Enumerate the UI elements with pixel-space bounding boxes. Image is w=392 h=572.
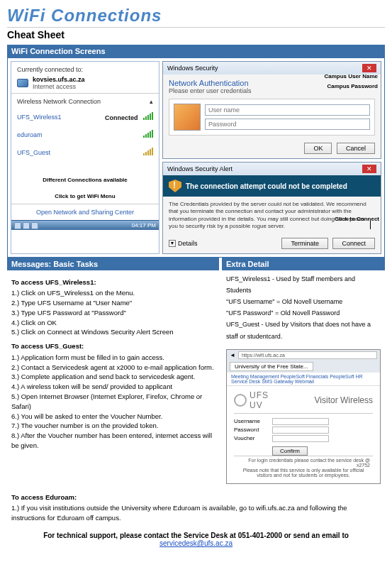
callout-password: Campus Password: [327, 83, 378, 89]
network-item[interactable]: UFS_Wireless1 Connected: [16, 108, 155, 126]
taskbar-app-icon[interactable]: [23, 222, 30, 229]
signal-icon: [142, 130, 153, 139]
section-messages-header: Messages: Basic Tasks: [7, 258, 219, 270]
messages-body: To access UFS_Wireless1: 1.) Click on UF…: [7, 270, 219, 453]
dialog-title: Windows Security: [167, 65, 218, 72]
close-icon[interactable]: ✕: [362, 165, 376, 173]
ufs-logo: UFSUV: [234, 390, 269, 410]
network-name: eduroam: [17, 131, 43, 138]
section-extra-header: Extra Detail: [222, 258, 385, 270]
connected-ssid: kovsies.ufs.ac.za: [33, 76, 85, 83]
browser-back-icon[interactable]: ◄: [230, 352, 235, 358]
step: 2.) Contact a Servicedesk agent at x2000…: [11, 363, 215, 373]
network-item[interactable]: UFS_Guest: [16, 143, 155, 161]
step: 1.) If you visit institutions outside th…: [11, 503, 381, 523]
network-status: Connected: [105, 114, 138, 121]
browser-bookmarks[interactable]: Meeting Management PeopleSoft Financials…: [227, 373, 380, 386]
extra-line: UFS_Wireless1 - Used by Staff members an…: [226, 273, 381, 296]
caption-click-menu: Click to get WiFi Menu: [39, 193, 131, 199]
screens-panel: Currently connected to: kovsies.ufs.ac.z…: [7, 57, 385, 258]
step: 8.) After the Voucher number has been en…: [11, 431, 215, 451]
section-screens-header: WiFi Connection Screens: [7, 45, 385, 57]
guest-header: To access UFS_Guest:: [11, 341, 215, 351]
callout-click-connect: Click to Connect: [335, 216, 379, 229]
taskbar-app-icon[interactable]: [31, 222, 38, 229]
ok-button[interactable]: OK: [304, 143, 332, 154]
footer-email-link[interactable]: servicedesk@ufs.ac.za: [159, 539, 233, 547]
username-field[interactable]: [205, 104, 370, 116]
signal-icon: [142, 148, 153, 157]
shield-icon: [169, 180, 181, 192]
step: 4.) Click on OK: [11, 318, 215, 328]
dialog-title: Windows Security Alert: [167, 165, 233, 172]
network-name: UFS_Guest: [17, 149, 50, 156]
browser-tab[interactable]: University of the Free State...: [230, 362, 313, 371]
address-bar[interactable]: https://wifi.ufs.ac.za: [238, 351, 377, 359]
chevron-up-icon[interactable]: ▴: [150, 98, 153, 105]
confirm-button[interactable]: Confirm: [272, 446, 308, 456]
visitor-voucher-field[interactable]: [272, 435, 329, 442]
browser-foot2: Please note that this service is only av…: [237, 468, 370, 478]
step: 4.) A wireless token will be send/ provi…: [11, 382, 215, 392]
password-field[interactable]: [205, 119, 370, 130]
step: 5.) Open Internet Browser (Internet Expl…: [11, 392, 215, 412]
visitor-wireless-title: Visitor Wireless: [315, 395, 373, 405]
visitor-username-field[interactable]: [272, 418, 329, 425]
step: 3.) Type UFS Password at "Password": [11, 308, 215, 318]
wifi-flyout: Currently connected to: kovsies.ufs.ac.z…: [11, 61, 159, 254]
extra-line: "UFS Password" = Old Novell Password: [226, 307, 381, 319]
browser-foot1: For login credentials please contact the…: [248, 458, 370, 468]
network-item[interactable]: eduroam: [16, 126, 155, 143]
eduroam-header: To access Eduroam:: [11, 493, 381, 502]
extra-line: "UFS Username" = Old Novell Username: [226, 296, 381, 307]
network-icon: [17, 79, 28, 87]
step: 1.) Application form must be filled in t…: [11, 353, 215, 363]
page-title: WiFi Connections: [7, 6, 385, 28]
extra-line: UFS_Guest - Used by Visitors that does n…: [226, 319, 381, 341]
step: 5.) Click on Connect at Windows Security…: [11, 327, 215, 337]
taskbar: 04:17 PM: [11, 220, 159, 230]
form-label: Password: [234, 427, 268, 434]
signal-icon: [142, 112, 153, 121]
currently-connected-label: Currently connected to:: [17, 66, 153, 73]
access-label: Internet access: [33, 83, 85, 90]
step: 3.) Complete application and send back t…: [11, 372, 215, 382]
footer-text: For technical support, please contact th…: [43, 532, 349, 539]
step: 7.) The voucher number is on the provide…: [11, 421, 215, 431]
footer: For technical support, please contact th…: [7, 532, 385, 547]
open-network-center-link[interactable]: Open Network and Sharing Center: [11, 204, 159, 220]
step: 6.) You will be asked to enter the Vouch…: [11, 412, 215, 422]
caption-connections: Different Connections available: [39, 177, 131, 183]
visitor-password-field[interactable]: [272, 427, 329, 434]
close-icon[interactable]: ✕: [362, 64, 376, 72]
wireless1-header: To access UFS_Wireless1:: [11, 277, 215, 287]
extra-body: UFS_Wireless1 - Used by Staff members an…: [222, 270, 385, 345]
callout-username: Campus User Name: [324, 73, 378, 79]
start-icon[interactable]: [14, 222, 21, 229]
step: 1.) Click on UFS_Wireless1 on the Menu.: [11, 288, 215, 298]
terminate-button[interactable]: Terminate: [281, 238, 328, 249]
avatar-icon: [174, 104, 201, 131]
details-toggle[interactable]: ▾Details: [169, 240, 198, 247]
security-alert-dialog: Windows Security Alert ✕ The connection …: [162, 162, 381, 254]
browser-window: ◄ https://wifi.ufs.ac.za University of t…: [226, 349, 381, 484]
cancel-button[interactable]: Cancel: [337, 143, 375, 154]
form-label: Username: [234, 418, 268, 425]
alert-banner-text: The connection attempt could not be comp…: [186, 182, 347, 190]
wnc-header: Wireless Network Connection: [17, 98, 101, 105]
taskbar-clock: 04:17 PM: [132, 222, 156, 229]
security-dialog: Windows Security ✕ Network Authenticatio…: [162, 61, 381, 159]
page-subtitle: Cheat Sheet: [7, 29, 385, 40]
network-name: UFS_Wireless1: [17, 114, 62, 121]
form-label: Voucher: [234, 435, 268, 442]
step: 2.) Type UFS Username at "User Name": [11, 298, 215, 308]
connect-button[interactable]: Connect: [332, 238, 375, 249]
